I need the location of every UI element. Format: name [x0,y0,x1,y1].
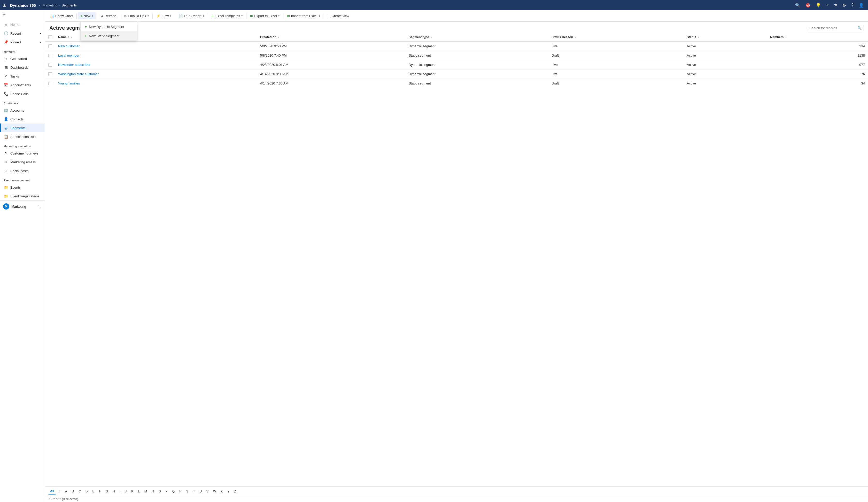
row-checkbox-cell[interactable] [45,41,55,51]
alpha-btn-p[interactable]: P [164,489,169,494]
row-checkbox-cell[interactable] [45,70,55,79]
filter-icon[interactable]: ▼ [574,36,577,39]
sidebar-item-dashboards[interactable]: ▦ Dashboards [0,63,45,72]
alpha-btn-a[interactable]: A [63,489,69,494]
col-members[interactable]: Members ▼ [767,33,868,41]
filter-icon[interactable]: ▼ [278,36,280,39]
alpha-btn-u[interactable]: U [198,489,204,494]
breadcrumb-module[interactable]: Marketing [43,3,57,7]
alpha-btn-e[interactable]: E [90,489,96,494]
alpha-btn-#[interactable]: # [57,489,62,494]
waffle-icon[interactable]: ⊞ [3,2,7,8]
app-brand[interactable]: Dynamics 365 [10,3,36,8]
row-checkbox[interactable] [48,82,52,85]
row-name[interactable]: Young families [55,79,257,88]
sidebar-item-phone-calls[interactable]: 📞 Phone Calls [0,89,45,98]
new-button[interactable]: + New ▾ [78,12,96,19]
alpha-btn-f[interactable]: F [97,489,103,494]
import-excel-button[interactable]: ⊞ Import from Excel ▾ [285,12,323,19]
sidebar-item-segments[interactable]: ◎ Segments [0,123,45,132]
settings-icon[interactable]: ⚙ [841,2,848,9]
excel-templates-button[interactable]: ⊞ Excel Templates ▾ [209,12,245,19]
col-created-on[interactable]: Created on ▼ [257,33,406,41]
new-dynamic-segment-item[interactable]: + New Dynamic Segment [81,22,137,31]
search-input[interactable] [809,26,856,30]
sidebar-item-subscription-lists[interactable]: 📋 Subscription lists [0,132,45,141]
sidebar-footer[interactable]: M Marketing ⌃⌄ [0,201,45,212]
row-checkbox[interactable] [48,44,52,48]
alpha-btn-v[interactable]: V [205,489,210,494]
alpha-btn-q[interactable]: Q [170,489,176,494]
row-checkbox[interactable] [48,63,52,66]
sidebar-item-accounts[interactable]: 🏢 Accounts [0,106,45,115]
search-box[interactable]: 🔍 [807,25,864,31]
run-report-button[interactable]: 📄 Run Report ▾ [176,12,206,19]
sidebar-item-pinned[interactable]: 📌 Pinned ▾ [0,38,45,47]
create-view-button[interactable]: ⊟ Create view [325,12,352,19]
sidebar-item-tasks[interactable]: ✓ Tasks [0,72,45,81]
lightbulb-icon[interactable]: 💡 [814,2,823,9]
sidebar-toggle[interactable]: ≡ [0,10,45,20]
alpha-btn-r[interactable]: R [177,489,183,494]
alpha-btn-j[interactable]: J [123,489,128,494]
alpha-btn-all[interactable]: All [48,488,56,494]
filter-icon[interactable]: ▼ [785,36,787,39]
alpha-btn-y[interactable]: Y [226,489,231,494]
sidebar-item-event-registrations[interactable]: 📁 Event Registrations [0,192,45,201]
sidebar-item-home[interactable]: ⌂ Home [0,20,45,29]
sidebar-item-appointments[interactable]: 📅 Appointments [0,81,45,89]
alpha-btn-x[interactable]: X [219,489,225,494]
email-link-button[interactable]: ✉ Email a Link ▾ [121,12,152,19]
filter-icon[interactable]: ▼ [70,36,73,39]
alpha-btn-m[interactable]: M [143,489,149,494]
sidebar-item-marketing-emails[interactable]: ✉ Marketing emails [0,157,45,166]
help-icon[interactable]: ? [850,2,855,9]
col-status[interactable]: Status ▼ [684,33,767,41]
row-name[interactable]: New customer [55,41,257,51]
filter-icon[interactable]: ▼ [697,36,700,39]
sidebar-item-social-posts[interactable]: ⊕ Social posts [0,166,45,175]
alpha-btn-c[interactable]: C [77,489,83,494]
row-name[interactable]: Loyal member [55,51,257,60]
row-name[interactable]: Newsletter subscriber [55,60,257,70]
col-segment-type[interactable]: Segment type ▼ [406,33,548,41]
alpha-btn-b[interactable]: B [70,489,76,494]
export-excel-button[interactable]: ⊞ Export to Excel ▾ [247,12,282,19]
select-all-checkbox[interactable] [48,35,52,39]
sidebar-item-recent[interactable]: 🕐 Recent ▾ [0,29,45,38]
row-checkbox-cell[interactable] [45,79,55,88]
row-checkbox-cell[interactable] [45,51,55,60]
alpha-btn-g[interactable]: G [104,489,110,494]
alpha-btn-s[interactable]: S [185,489,190,494]
col-status-reason[interactable]: Status Reason ▼ [548,33,684,41]
sidebar-item-customer-journeys[interactable]: ↻ Customer journeys [0,149,45,157]
alpha-btn-l[interactable]: L [136,489,142,494]
select-all-header[interactable] [45,33,55,41]
new-static-segment-item[interactable]: + New Static Segment [81,31,137,41]
alpha-btn-k[interactable]: K [130,489,135,494]
row-name[interactable]: Washington state customer [55,70,257,79]
flow-button[interactable]: ⚡ Flow ▾ [154,12,174,19]
alpha-btn-o[interactable]: O [157,489,163,494]
refresh-button[interactable]: ↺ Refresh [98,12,119,19]
alpha-btn-w[interactable]: W [211,489,218,494]
alpha-btn-h[interactable]: H [111,489,117,494]
alpha-btn-n[interactable]: N [150,489,156,494]
add-icon[interactable]: + [825,2,830,9]
filter-icon[interactable]: ⚗ [832,2,839,9]
filter-icon[interactable]: ▼ [430,36,433,39]
alpha-btn-z[interactable]: Z [232,489,238,494]
sidebar-item-get-started[interactable]: ▷ Get started [0,54,45,63]
alpha-btn-i[interactable]: I [118,489,122,494]
target-icon[interactable]: 🎯 [804,2,812,9]
alpha-btn-d[interactable]: D [84,489,90,494]
search-icon[interactable]: 🔍 [794,2,802,9]
sidebar-item-contacts[interactable]: 👤 Contacts [0,115,45,123]
row-checkbox[interactable] [48,72,52,76]
alpha-btn-t[interactable]: T [191,489,197,494]
show-chart-button[interactable]: 📊 Show Chart [47,12,75,19]
user-icon[interactable]: 👤 [857,2,865,9]
sidebar-item-events[interactable]: 📁 Events [0,183,45,192]
row-checkbox[interactable] [48,54,52,57]
row-checkbox-cell[interactable] [45,60,55,70]
